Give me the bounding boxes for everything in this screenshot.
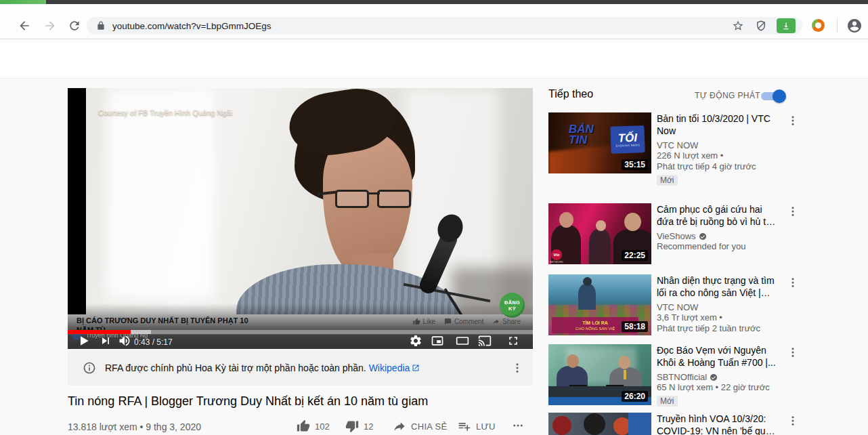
like-count: 102 bbox=[315, 421, 330, 432]
play-icon bbox=[77, 334, 91, 348]
watermark-text: Courtesy of FB Truyền Hình Quảng Ngãi bbox=[98, 108, 232, 117]
play-button[interactable] bbox=[77, 334, 91, 348]
channel-name[interactable]: SBTNOfficial bbox=[657, 372, 707, 382]
stream-time: Phát trực tiếp 4 giờ trước bbox=[657, 161, 777, 172]
thumb-up-icon bbox=[297, 419, 310, 433]
dislike-button[interactable]: 12 bbox=[345, 419, 373, 433]
related-video-item[interactable]: Vie NETWORK 22:25 Cảm phục cô gái cứu ha… bbox=[548, 203, 799, 271]
related-video-item[interactable]: Truyền hình VOA 10/3/20: COVID-19: VN nê… bbox=[548, 413, 799, 435]
channel-name[interactable]: VTC NOW bbox=[657, 302, 698, 312]
view-count: 226 N lượt xem • bbox=[657, 150, 777, 161]
dislike-count: 12 bbox=[364, 421, 373, 432]
back-icon bbox=[18, 19, 31, 33]
omnibox[interactable]: youtube.com/watch?v=LbpGmmJOEgs bbox=[87, 17, 802, 35]
letterbox-bar bbox=[68, 88, 86, 314]
share-label: CHIA SẺ bbox=[411, 421, 447, 432]
settings-button[interactable] bbox=[409, 334, 422, 348]
external-link-icon bbox=[412, 364, 420, 372]
content-blocker-button[interactable] bbox=[755, 20, 767, 32]
duration-badge: 26:20 bbox=[622, 391, 648, 402]
video-thumbnail[interactable]: Vie NETWORK 22:25 bbox=[548, 203, 651, 264]
related-video-title[interactable]: Bản tin tối 10/3/2020 | VTC Now bbox=[657, 112, 777, 137]
theater-icon bbox=[456, 334, 469, 348]
more-dots-icon bbox=[512, 419, 524, 432]
toggle-knob bbox=[773, 89, 786, 103]
refresh-button[interactable] bbox=[68, 19, 81, 33]
share-button[interactable]: CHIA SẺ bbox=[393, 419, 447, 433]
fullscreen-icon bbox=[506, 334, 520, 348]
view-count: 65 N lượt xem • 22 giờ trước bbox=[657, 382, 777, 393]
glasses bbox=[335, 190, 418, 210]
related-video-title[interactable]: Đọc Báo Vẹm với Nguyên Khôi & Hoàng Tuấn… bbox=[657, 344, 777, 369]
progress-buffer bbox=[131, 330, 151, 334]
theater-button[interactable] bbox=[456, 334, 469, 348]
item-menu-button[interactable] bbox=[787, 415, 799, 427]
subscribe-badge[interactable]: ĐĂNG KÝ bbox=[500, 293, 525, 318]
related-video-item[interactable]: 26:20 Đọc Báo Vẹm với Nguyên Khôi & Hoàn… bbox=[548, 344, 799, 412]
like-button[interactable]: 102 bbox=[297, 419, 330, 433]
new-badge: Mới bbox=[657, 175, 678, 186]
item-menu-button[interactable] bbox=[787, 205, 799, 218]
forward-icon bbox=[43, 19, 57, 33]
item-menu-button[interactable] bbox=[787, 276, 799, 289]
autoplay-label: TỰ ĐỘNG PHÁT bbox=[695, 91, 760, 100]
more-actions-button[interactable] bbox=[512, 419, 524, 432]
save-button[interactable]: LƯU bbox=[458, 419, 496, 433]
new-badge: Mới bbox=[657, 396, 678, 407]
video-thumbnail[interactable] bbox=[548, 413, 651, 435]
kebab-icon bbox=[787, 415, 799, 427]
verified-badge-icon bbox=[699, 232, 707, 241]
related-video-title[interactable]: Nhân diện thực trạng và tìm lối ra cho n… bbox=[657, 274, 777, 299]
video-player[interactable]: Courtesy of FB Truyền Hình Quảng Ngãi BỊ… bbox=[68, 88, 533, 349]
bookmark-star-button[interactable] bbox=[732, 20, 744, 32]
save-label: LƯU bbox=[476, 421, 496, 432]
subscribe-line1: ĐĂNG bbox=[504, 299, 520, 306]
stream-time: Phát trực tiếp 2 tuần trước bbox=[657, 323, 777, 334]
share-icon bbox=[393, 419, 406, 433]
star-icon bbox=[732, 20, 744, 32]
duration-badge: 22:25 bbox=[622, 250, 648, 261]
video-thumbnail[interactable]: BẢNTIN TỐIEVENING NEWS 35:15 bbox=[548, 112, 651, 173]
autoplay-toggle[interactable] bbox=[761, 92, 784, 100]
extension-icon[interactable] bbox=[812, 19, 825, 32]
miniplayer-button[interactable] bbox=[431, 334, 444, 348]
video-thumbnail[interactable]: TÌM LỐI RACHO NÔNG SẢN VIỆ 58:18 bbox=[548, 274, 651, 335]
wikipedia-link[interactable]: Wikipedia bbox=[369, 362, 410, 373]
related-video-item[interactable]: BẢNTIN TỐIEVENING NEWS 35:15 Bản tin tối… bbox=[548, 112, 799, 196]
view-count-and-date: 13.818 lượt xem • 9 thg 3, 2020 bbox=[68, 421, 201, 432]
related-video-item[interactable]: TÌM LỐI RACHO NÔNG SẢN VIỆ 58:18 Nhân di… bbox=[548, 274, 799, 342]
volume-button[interactable] bbox=[118, 334, 131, 348]
verified-badge-icon bbox=[710, 373, 718, 381]
download-button[interactable] bbox=[777, 18, 796, 33]
info-notice-panel: RFA được chính phủ Hoa Kỳ tài trợ một ph… bbox=[68, 350, 533, 386]
channel-name[interactable]: VieShows bbox=[657, 231, 696, 241]
related-video-title[interactable]: Truyền hình VOA 10/3/20: COVID-19: VN nê… bbox=[657, 413, 777, 435]
back-button[interactable] bbox=[18, 19, 31, 33]
time-display: 0:43 / 5:17 bbox=[134, 337, 173, 347]
notice-text: RFA được chính phủ Hoa Kỳ tài trợ một ph… bbox=[105, 362, 366, 373]
volume-icon bbox=[118, 334, 131, 348]
related-video-title[interactable]: Cảm phục cô gái cứu hai đứa trẻ bị ruồng… bbox=[657, 203, 777, 228]
cast-button[interactable] bbox=[478, 334, 492, 348]
screen: youtube.com/watch?v=LbpGmmJOEgs YouTube … bbox=[0, 0, 868, 435]
gear-icon bbox=[409, 334, 422, 348]
kebab-icon bbox=[787, 205, 799, 218]
video-frame: Courtesy of FB Truyền Hình Quảng Ngãi bbox=[86, 88, 533, 314]
browser-profile-button[interactable] bbox=[846, 18, 863, 34]
thumb-down-icon bbox=[345, 419, 359, 433]
browser-toolbar: youtube.com/watch?v=LbpGmmJOEgs bbox=[0, 4, 868, 39]
item-menu-button[interactable] bbox=[787, 115, 799, 127]
notice-menu-button[interactable] bbox=[511, 362, 523, 374]
download-arrow-icon bbox=[781, 21, 791, 30]
subscribe-line2: KÝ bbox=[508, 306, 516, 312]
duration-badge: 58:18 bbox=[622, 321, 648, 332]
url-text[interactable]: youtube.com/watch?v=LbpGmmJOEgs bbox=[112, 21, 721, 31]
forward-button[interactable] bbox=[43, 19, 57, 33]
skip-next-icon bbox=[99, 334, 112, 348]
channel-name[interactable]: VTC NOW bbox=[657, 140, 698, 150]
item-menu-button[interactable] bbox=[787, 346, 799, 358]
kebab-icon bbox=[787, 346, 799, 358]
fullscreen-button[interactable] bbox=[506, 334, 520, 348]
next-button[interactable] bbox=[99, 334, 112, 348]
video-thumbnail[interactable]: 26:20 bbox=[548, 344, 651, 405]
